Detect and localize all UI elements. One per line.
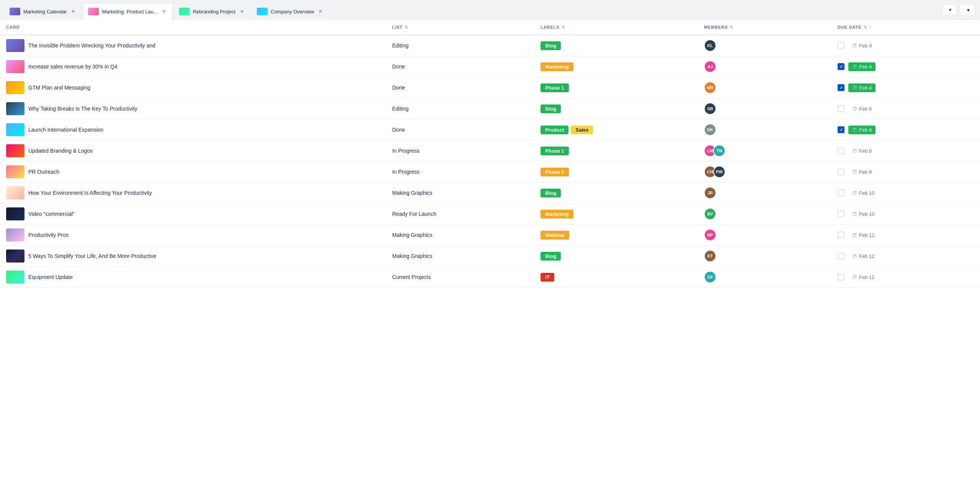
label-badge[interactable]: Sales <box>571 126 593 134</box>
avatar[interactable]: TN <box>713 145 725 157</box>
due-date-badge[interactable]: ⏱Feb 11 <box>848 231 878 240</box>
list-value: Ready For Launch <box>392 211 436 217</box>
avatar[interactable]: SB <box>704 103 716 115</box>
due-date-checkbox[interactable] <box>838 232 844 238</box>
sort-asc-icon: ↑ <box>869 24 872 30</box>
quick-filters-button[interactable]: ▾ <box>960 4 975 16</box>
due-date-checkbox[interactable] <box>838 189 844 196</box>
card-cell: Increase sales revenue by 30% in Q4 <box>0 56 386 77</box>
card-title[interactable]: Increase sales revenue by 30% in Q4 <box>28 64 118 70</box>
label-badge[interactable]: Marketing <box>541 210 573 219</box>
tab-close-icon[interactable]: ✕ <box>317 8 324 15</box>
due-date-cell: ⏱Feb 9 <box>831 161 980 183</box>
due-date-checkbox[interactable] <box>838 63 844 70</box>
labels-cell: Marketing <box>534 204 698 225</box>
members-cell: BV <box>698 204 831 225</box>
avatar[interactable]: NP <box>704 229 716 241</box>
label-badge[interactable]: Blog <box>541 104 561 113</box>
due-date-badge[interactable]: ⏱Feb 12 <box>848 252 878 261</box>
due-date-badge[interactable]: ⏱Feb 9 <box>848 168 875 176</box>
list-value: Done <box>392 127 405 133</box>
chevron-down-icon: ▾ <box>949 7 952 13</box>
col-header-labels[interactable]: LABELS⇅ <box>534 20 698 35</box>
due-date-cell: ⏱Feb 8 <box>831 140 980 161</box>
card-title[interactable]: GTM Plan and Messaging <box>28 85 90 91</box>
avatar[interactable]: DK <box>704 124 716 136</box>
tab-close-icon[interactable]: ✕ <box>238 8 245 15</box>
due-date-badge[interactable]: ⏱Feb 8 <box>848 126 875 134</box>
due-date-badge[interactable]: ⏱Feb 10 <box>848 210 878 219</box>
avatar[interactable]: BV <box>704 208 716 220</box>
label-badge[interactable]: Marketing <box>541 62 573 71</box>
labels-cell: Blog <box>534 246 698 267</box>
due-date-badge[interactable]: ⏱Feb 4 <box>848 62 875 71</box>
col-header-due_date[interactable]: DUE DATE⇅↑ <box>831 20 980 35</box>
card-title[interactable]: Launch International Expansion <box>28 127 103 133</box>
label-badge[interactable]: Phase 1 <box>541 147 568 155</box>
add-boards-button[interactable]: ▾ <box>942 4 957 15</box>
tab-company-overview[interactable]: Company Overview✕ <box>252 3 329 20</box>
list-cell: In Progress <box>386 161 534 183</box>
avatar[interactable]: MR <box>704 82 716 94</box>
label-badge[interactable]: Webinar <box>541 231 569 240</box>
tab-product-launch[interactable]: Marketing: Product Lau...✕ <box>83 3 172 20</box>
members-cell: MR <box>698 77 831 98</box>
card-title[interactable]: Equipment Update <box>28 274 73 280</box>
due-date-checkbox[interactable] <box>838 84 844 91</box>
due-date-checkbox[interactable] <box>838 147 844 154</box>
label-badge[interactable]: Blog <box>541 41 561 50</box>
due-date-checkbox[interactable] <box>838 105 844 112</box>
table-container: CARDLIST⇅LABELS⇅MEMBERS⇅DUE DATE⇅↑ The I… <box>0 20 980 288</box>
tab-marketing-calendar[interactable]: Marketing Calendar✕ <box>5 3 82 20</box>
due-date-badge[interactable]: ⏱Feb 10 <box>848 189 878 197</box>
due-date-text: Feb 11 <box>859 232 874 238</box>
due-date-checkbox[interactable] <box>838 168 844 175</box>
card-title[interactable]: PR Outreach <box>28 169 59 175</box>
card-title[interactable]: Productivity Pros <box>28 232 69 238</box>
due-date-text: Feb 8 <box>859 127 872 133</box>
label-badge[interactable]: IT <box>541 273 554 282</box>
due-date-checkbox[interactable] <box>838 210 844 217</box>
card-title[interactable]: The Invisible Problem Wrecking Your Prod… <box>28 42 155 49</box>
members-cell: GF <box>698 267 831 288</box>
list-cell: Ready For Launch <box>386 204 534 225</box>
avatar[interactable]: GF <box>704 271 716 283</box>
label-badge[interactable]: Phase 1 <box>541 83 568 92</box>
label-badge[interactable]: Product <box>541 126 568 134</box>
avatar[interactable]: AJ <box>704 60 716 73</box>
avatar[interactable]: KT <box>704 250 716 262</box>
tab-rebranding[interactable]: Rebranding Project✕ <box>174 3 250 20</box>
due-date-checkbox[interactable] <box>838 126 844 133</box>
due-date-checkbox[interactable] <box>838 274 844 281</box>
labels-cell: Phase 1 <box>534 77 698 98</box>
due-date-badge[interactable]: ⏱Feb 8 <box>848 104 875 113</box>
col-header-list[interactable]: LIST⇅ <box>386 20 534 35</box>
tab-close-icon[interactable]: ✕ <box>70 8 77 15</box>
due-date-badge[interactable]: ⏱Feb 8 <box>848 147 875 155</box>
label-badge[interactable]: Phase 2 <box>541 168 568 176</box>
due-date-cell: ⏱Feb 10 <box>831 183 980 204</box>
card-cell: PR Outreach <box>0 161 386 183</box>
card-title[interactable]: 5 Ways To Simplify Your Life, And Be Mor… <box>28 253 157 259</box>
card-title[interactable]: Video "commercial" <box>28 211 75 217</box>
due-date-badge[interactable]: ⏱Feb 4 <box>848 41 875 50</box>
tab-close-icon[interactable]: ✕ <box>161 8 168 15</box>
table-row: Increase sales revenue by 30% in Q4DoneM… <box>0 56 980 77</box>
card-title[interactable]: Updated Branding & Logos <box>28 148 93 154</box>
label-badge[interactable]: Blog <box>541 252 561 261</box>
due-date-badge[interactable]: ⏱Feb 12 <box>848 273 878 282</box>
labels-cell: Blog <box>534 98 698 119</box>
due-date-cell: ⏱Feb 11 <box>831 225 980 246</box>
label-badge[interactable]: Blog <box>541 189 561 197</box>
avatar[interactable]: JR <box>704 187 716 199</box>
col-header-members[interactable]: MEMBERS⇅ <box>698 20 831 35</box>
table-row: GTM Plan and MessagingDonePhase 1MR⏱Feb … <box>0 77 980 98</box>
card-title[interactable]: How Your Environment Is Affecting Your P… <box>28 190 152 196</box>
due-date-checkbox[interactable] <box>838 42 844 49</box>
card-title[interactable]: Why Taking Breaks Is The Key To Producti… <box>28 106 137 112</box>
labels-cell: Webinar <box>534 225 698 246</box>
due-date-badge[interactable]: ⏱Feb 4 <box>848 83 875 92</box>
due-date-checkbox[interactable] <box>838 253 844 259</box>
avatar[interactable]: KL <box>704 39 716 52</box>
avatar[interactable]: PW <box>713 166 725 178</box>
